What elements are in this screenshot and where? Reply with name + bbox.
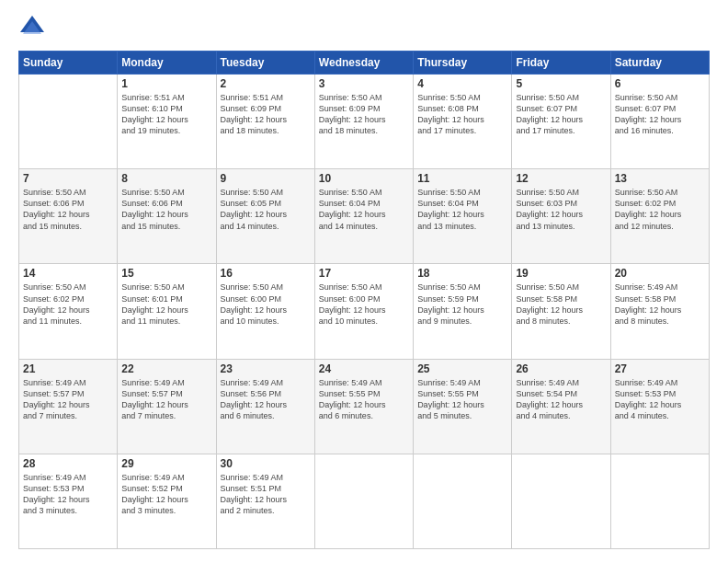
calendar-cell: 28Sunrise: 5:49 AMSunset: 5:53 PMDayligh… [19, 454, 118, 548]
weekday-header-tuesday: Tuesday [216, 52, 314, 75]
day-info: Sunrise: 5:51 AMSunset: 6:10 PMDaylight:… [121, 92, 211, 137]
week-row-1: 1Sunrise: 5:51 AMSunset: 6:10 PMDaylight… [19, 75, 710, 169]
day-number: 14 [23, 267, 113, 280]
day-info: Sunrise: 5:49 AMSunset: 5:56 PMDaylight:… [221, 377, 311, 422]
day-info: Sunrise: 5:49 AMSunset: 5:57 PMDaylight:… [121, 377, 211, 422]
calendar-cell: 15Sunrise: 5:50 AMSunset: 6:01 PMDayligh… [118, 264, 216, 359]
day-number: 25 [417, 362, 507, 375]
day-number: 4 [417, 77, 507, 90]
calendar-cell: 29Sunrise: 5:49 AMSunset: 5:52 PMDayligh… [118, 454, 216, 548]
page: SundayMondayTuesdayWednesdayThursdayFrid… [0, 0, 728, 563]
week-row-3: 14Sunrise: 5:50 AMSunset: 6:02 PMDayligh… [19, 264, 710, 359]
day-info: Sunrise: 5:50 AMSunset: 6:05 PMDaylight:… [221, 187, 311, 232]
day-info: Sunrise: 5:50 AMSunset: 6:00 PMDaylight:… [319, 282, 409, 327]
calendar-cell: 6Sunrise: 5:50 AMSunset: 6:07 PMDaylight… [610, 75, 709, 169]
weekday-header-monday: Monday [118, 52, 216, 75]
day-number: 18 [417, 267, 507, 280]
day-number: 30 [221, 457, 311, 470]
day-number: 13 [615, 172, 705, 185]
day-number: 12 [516, 172, 606, 185]
calendar-cell: 2Sunrise: 5:51 AMSunset: 6:09 PMDaylight… [216, 75, 314, 169]
day-number: 10 [319, 172, 409, 185]
day-info: Sunrise: 5:49 AMSunset: 5:51 PMDaylight:… [221, 472, 311, 517]
day-number: 28 [23, 457, 113, 470]
day-info: Sunrise: 5:50 AMSunset: 6:02 PMDaylight:… [615, 187, 705, 232]
day-info: Sunrise: 5:50 AMSunset: 6:07 PMDaylight:… [615, 92, 705, 137]
day-number: 9 [221, 172, 311, 185]
day-number: 8 [121, 172, 211, 185]
calendar-cell [314, 454, 413, 548]
calendar-cell [19, 75, 118, 169]
calendar-cell: 7Sunrise: 5:50 AMSunset: 6:06 PMDaylight… [19, 169, 118, 264]
day-number: 21 [23, 362, 113, 375]
week-row-2: 7Sunrise: 5:50 AMSunset: 6:06 PMDaylight… [19, 169, 710, 264]
calendar-cell: 22Sunrise: 5:49 AMSunset: 5:57 PMDayligh… [118, 359, 216, 454]
calendar-cell: 13Sunrise: 5:50 AMSunset: 6:02 PMDayligh… [610, 169, 709, 264]
calendar-cell: 21Sunrise: 5:49 AMSunset: 5:57 PMDayligh… [19, 359, 118, 454]
calendar-cell: 26Sunrise: 5:49 AMSunset: 5:54 PMDayligh… [512, 359, 610, 454]
day-info: Sunrise: 5:50 AMSunset: 6:00 PMDaylight:… [221, 282, 311, 327]
day-info: Sunrise: 5:49 AMSunset: 5:55 PMDaylight:… [417, 377, 507, 422]
calendar-cell [414, 454, 512, 548]
day-number: 5 [516, 77, 606, 90]
calendar-cell: 10Sunrise: 5:50 AMSunset: 6:04 PMDayligh… [314, 169, 413, 264]
calendar-cell: 5Sunrise: 5:50 AMSunset: 6:07 PMDaylight… [512, 75, 610, 169]
day-info: Sunrise: 5:49 AMSunset: 5:53 PMDaylight:… [615, 377, 705, 422]
day-number: 23 [221, 362, 311, 375]
day-number: 24 [319, 362, 409, 375]
day-info: Sunrise: 5:50 AMSunset: 6:09 PMDaylight:… [319, 92, 409, 137]
calendar-cell: 1Sunrise: 5:51 AMSunset: 6:10 PMDaylight… [118, 75, 216, 169]
week-row-4: 21Sunrise: 5:49 AMSunset: 5:57 PMDayligh… [19, 359, 710, 454]
day-info: Sunrise: 5:49 AMSunset: 5:57 PMDaylight:… [23, 377, 113, 422]
weekday-header-friday: Friday [512, 52, 610, 75]
day-info: Sunrise: 5:51 AMSunset: 6:09 PMDaylight:… [221, 92, 311, 137]
weekday-header-thursday: Thursday [414, 52, 512, 75]
logo [18, 14, 50, 41]
weekday-header-sunday: Sunday [19, 52, 118, 75]
day-info: Sunrise: 5:50 AMSunset: 6:01 PMDaylight:… [121, 282, 211, 327]
day-info: Sunrise: 5:50 AMSunset: 6:08 PMDaylight:… [417, 92, 507, 137]
weekday-header-row: SundayMondayTuesdayWednesdayThursdayFrid… [19, 52, 710, 75]
weekday-header-saturday: Saturday [610, 52, 709, 75]
day-info: Sunrise: 5:50 AMSunset: 6:07 PMDaylight:… [516, 92, 606, 137]
calendar-cell: 4Sunrise: 5:50 AMSunset: 6:08 PMDaylight… [414, 75, 512, 169]
calendar-cell: 3Sunrise: 5:50 AMSunset: 6:09 PMDaylight… [314, 75, 413, 169]
day-number: 26 [516, 362, 606, 375]
day-number: 1 [121, 77, 211, 90]
day-info: Sunrise: 5:49 AMSunset: 5:52 PMDaylight:… [121, 472, 211, 517]
calendar-cell: 8Sunrise: 5:50 AMSunset: 6:06 PMDaylight… [118, 169, 216, 264]
calendar-cell: 20Sunrise: 5:49 AMSunset: 5:58 PMDayligh… [610, 264, 709, 359]
calendar-cell [512, 454, 610, 548]
calendar-cell: 18Sunrise: 5:50 AMSunset: 5:59 PMDayligh… [414, 264, 512, 359]
calendar-cell [610, 454, 709, 548]
day-number: 3 [319, 77, 409, 90]
calendar-cell: 25Sunrise: 5:49 AMSunset: 5:55 PMDayligh… [414, 359, 512, 454]
weekday-header-wednesday: Wednesday [314, 52, 413, 75]
day-number: 29 [121, 457, 211, 470]
day-number: 22 [121, 362, 211, 375]
day-info: Sunrise: 5:50 AMSunset: 6:02 PMDaylight:… [23, 282, 113, 327]
calendar-cell: 23Sunrise: 5:49 AMSunset: 5:56 PMDayligh… [216, 359, 314, 454]
week-row-5: 28Sunrise: 5:49 AMSunset: 5:53 PMDayligh… [19, 454, 710, 548]
day-number: 7 [23, 172, 113, 185]
day-number: 17 [319, 267, 409, 280]
day-number: 15 [121, 267, 211, 280]
calendar-cell: 14Sunrise: 5:50 AMSunset: 6:02 PMDayligh… [19, 264, 118, 359]
calendar-cell: 12Sunrise: 5:50 AMSunset: 6:03 PMDayligh… [512, 169, 610, 264]
day-number: 6 [615, 77, 705, 90]
calendar-table: SundayMondayTuesdayWednesdayThursdayFrid… [18, 51, 710, 549]
day-info: Sunrise: 5:50 AMSunset: 6:06 PMDaylight:… [23, 187, 113, 232]
day-info: Sunrise: 5:50 AMSunset: 6:03 PMDaylight:… [516, 187, 606, 232]
calendar-cell: 16Sunrise: 5:50 AMSunset: 6:00 PMDayligh… [216, 264, 314, 359]
day-info: Sunrise: 5:50 AMSunset: 6:04 PMDaylight:… [417, 187, 507, 232]
logo-icon [18, 14, 46, 41]
calendar-cell: 17Sunrise: 5:50 AMSunset: 6:00 PMDayligh… [314, 264, 413, 359]
header [18, 14, 710, 41]
day-number: 20 [615, 267, 705, 280]
day-info: Sunrise: 5:49 AMSunset: 5:54 PMDaylight:… [516, 377, 606, 422]
day-info: Sunrise: 5:49 AMSunset: 5:55 PMDaylight:… [319, 377, 409, 422]
calendar-cell: 11Sunrise: 5:50 AMSunset: 6:04 PMDayligh… [414, 169, 512, 264]
day-info: Sunrise: 5:50 AMSunset: 6:06 PMDaylight:… [121, 187, 211, 232]
calendar-cell: 19Sunrise: 5:50 AMSunset: 5:58 PMDayligh… [512, 264, 610, 359]
day-info: Sunrise: 5:50 AMSunset: 5:59 PMDaylight:… [417, 282, 507, 327]
